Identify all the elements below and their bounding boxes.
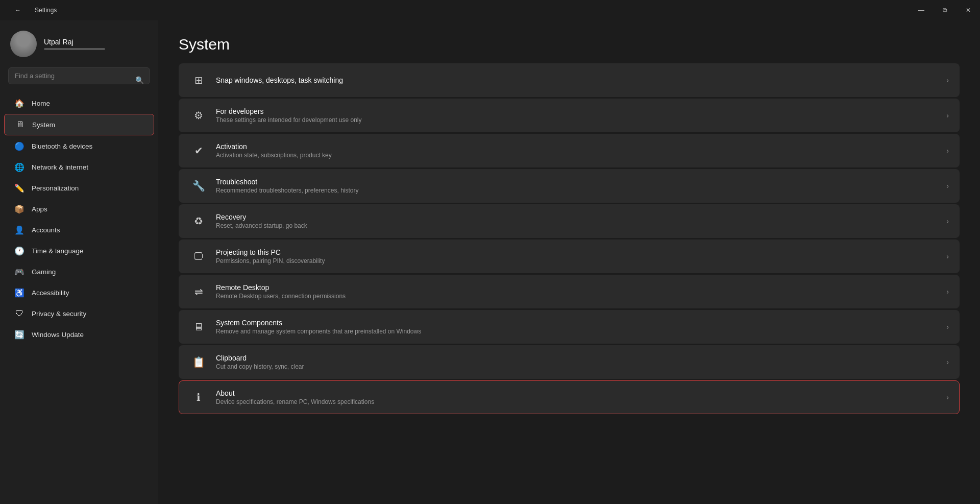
home-icon: 🏠 [14,98,24,108]
setting-text-snap-windows: Snap windows, desktops, task switching [216,76,941,84]
sidebar-item-privacy[interactable]: 🛡Privacy & security [4,303,154,324]
setting-item-troubleshoot[interactable]: 🔧TroubleshootRecommended troubleshooters… [179,169,960,203]
search-icon: 🔍 [135,76,144,84]
setting-desc-projecting: Permissions, pairing PIN, discoverabilit… [216,257,941,265]
time-icon: 🕐 [14,246,24,256]
setting-text-for-developers: For developersThese settings are intende… [216,107,941,124]
snap-windows-chevron-icon: › [946,76,949,84]
back-button[interactable]: ← [6,0,30,20]
setting-title-recovery: Recovery [216,213,941,221]
user-name: Utpal Raj [44,38,105,46]
remote-desktop-icon: ⇌ [189,282,208,301]
main-layout: Utpal Raj 🔍 🏠Home🖥System🔵Bluetooth & dev… [0,20,980,504]
for-developers-chevron-icon: › [946,111,949,119]
setting-text-system-components: System ComponentsRemove and manage syste… [216,319,941,335]
search-input[interactable] [8,67,150,84]
setting-text-projecting: Projecting to this PCPermissions, pairin… [216,248,941,265]
page-title: System [179,20,960,63]
sidebar-item-label-network: Network & internet [32,163,88,171]
setting-desc-troubleshoot: Recommended troubleshooters, preferences… [216,187,941,194]
setting-title-for-developers: For developers [216,107,941,115]
setting-title-snap-windows: Snap windows, desktops, task switching [216,76,941,84]
system-components-icon: 🖥 [189,318,208,336]
accessibility-icon: ♿ [14,287,24,298]
setting-title-system-components: System Components [216,319,941,327]
sidebar-item-time[interactable]: 🕐Time & language [4,241,154,261]
setting-text-remote-desktop: Remote DesktopRemote Desktop users, conn… [216,283,941,300]
sidebar-item-apps[interactable]: 📦Apps [4,199,154,219]
user-status-bar [44,48,105,50]
projecting-icon: 🖵 [189,247,208,266]
activation-icon: ✔ [189,141,208,160]
search-container: 🔍 [0,67,158,92]
update-icon: 🔄 [14,329,24,340]
setting-text-clipboard: ClipboardCut and copy history, sync, cle… [216,354,941,370]
content-area: System ⊞Snap windows, desktops, task swi… [158,20,980,504]
troubleshoot-icon: 🔧 [189,177,208,195]
about-icon: ℹ [189,388,208,406]
sidebar-nav: 🏠Home🖥System🔵Bluetooth & devices🌐Network… [0,92,158,345]
sidebar-item-bluetooth[interactable]: 🔵Bluetooth & devices [4,136,154,156]
setting-desc-about: Device specifications, rename PC, Window… [216,398,941,405]
accounts-icon: 👤 [14,225,24,235]
remote-desktop-chevron-icon: › [946,287,949,296]
titlebar-controls: — ⧉ ✕ [910,0,980,20]
setting-title-about: About [216,389,941,397]
user-profile[interactable]: Utpal Raj [0,20,158,67]
setting-text-troubleshoot: TroubleshootRecommended troubleshooters,… [216,178,941,194]
setting-text-activation: ActivationActivation state, subscription… [216,142,941,159]
setting-item-snap-windows[interactable]: ⊞Snap windows, desktops, task switching› [179,63,960,97]
sidebar-item-home[interactable]: 🏠Home [4,93,154,113]
titlebar-left: ← Settings [6,0,57,20]
sidebar-item-label-accounts: Accounts [32,226,60,234]
close-button[interactable]: ✕ [957,0,980,20]
setting-item-for-developers[interactable]: ⚙For developersThese settings are intend… [179,99,960,132]
about-chevron-icon: › [946,393,949,401]
setting-item-recovery[interactable]: ♻RecoveryReset, advanced startup, go bac… [179,204,960,238]
sidebar-item-label-accessibility: Accessibility [32,289,69,297]
sidebar-item-label-privacy: Privacy & security [32,310,86,318]
setting-text-about: AboutDevice specifications, rename PC, W… [216,389,941,405]
setting-item-projecting[interactable]: 🖵Projecting to this PCPermissions, pairi… [179,239,960,273]
setting-title-clipboard: Clipboard [216,354,941,362]
clipboard-chevron-icon: › [946,358,949,366]
sidebar: Utpal Raj 🔍 🏠Home🖥System🔵Bluetooth & dev… [0,20,158,504]
apps-icon: 📦 [14,204,24,214]
sidebar-item-personalization[interactable]: ✏️Personalization [4,178,154,198]
setting-item-activation[interactable]: ✔ActivationActivation state, subscriptio… [179,134,960,167]
settings-list: ⊞Snap windows, desktops, task switching›… [179,63,960,414]
setting-item-about[interactable]: ℹAboutDevice specifications, rename PC, … [179,380,960,414]
sidebar-item-update[interactable]: 🔄Windows Update [4,324,154,345]
setting-desc-system-components: Remove and manage system components that… [216,328,941,335]
sidebar-item-network[interactable]: 🌐Network & internet [4,157,154,177]
avatar-image [10,31,37,57]
system-icon: 🖥 [15,119,25,130]
setting-desc-remote-desktop: Remote Desktop users, connection permiss… [216,293,941,300]
avatar [10,31,37,57]
projecting-chevron-icon: › [946,252,949,260]
titlebar-title: Settings [35,7,57,14]
sidebar-item-accessibility[interactable]: ♿Accessibility [4,282,154,303]
sidebar-item-label-apps: Apps [32,205,47,213]
sidebar-item-label-time: Time & language [32,247,84,255]
restore-button[interactable]: ⧉ [933,0,957,20]
system-components-chevron-icon: › [946,323,949,331]
sidebar-item-label-personalization: Personalization [32,184,79,192]
sidebar-item-system[interactable]: 🖥System [4,114,154,135]
gaming-icon: 🎮 [14,267,24,277]
sidebar-item-label-update: Windows Update [32,331,84,339]
setting-item-clipboard[interactable]: 📋ClipboardCut and copy history, sync, cl… [179,345,960,379]
snap-windows-icon: ⊞ [189,71,208,89]
sidebar-item-gaming[interactable]: 🎮Gaming [4,261,154,282]
sidebar-item-label-home: Home [32,100,50,107]
minimize-button[interactable]: — [910,0,933,20]
sidebar-item-label-gaming: Gaming [32,268,56,276]
setting-item-remote-desktop[interactable]: ⇌Remote DesktopRemote Desktop users, con… [179,275,960,308]
setting-text-recovery: RecoveryReset, advanced startup, go back [216,213,941,229]
recovery-icon: ♻ [189,212,208,230]
sidebar-item-accounts[interactable]: 👤Accounts [4,220,154,240]
setting-item-system-components[interactable]: 🖥System ComponentsRemove and manage syst… [179,310,960,344]
privacy-icon: 🛡 [14,308,24,319]
personalization-icon: ✏️ [14,183,24,193]
for-developers-icon: ⚙ [189,106,208,125]
